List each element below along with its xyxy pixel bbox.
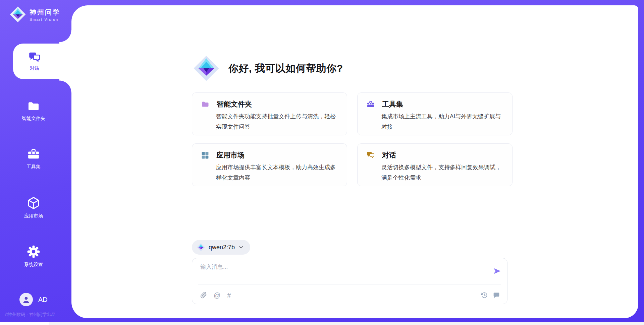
card-description: 灵活切换多模型文件，支持多样回复效果调试，满足个性化需求 [381, 162, 503, 183]
sidebar-item-label: 工具集 [26, 164, 41, 169]
composer: @ # [192, 258, 507, 304]
main-content-layer: 你好, 我可以如何帮助你? 智能文件夹 智能文件夹功能支持批量文件上传与清洗，轻… [71, 5, 638, 318]
card-title: 智能文件夹 [217, 100, 252, 109]
grid-icon [201, 151, 209, 159]
greeting-title: 你好, 我可以如何帮助你? [228, 62, 343, 75]
card-chat[interactable]: 对话 灵活切换多模型文件，支持多样回复效果调试，满足个性化需求 [357, 143, 513, 186]
hashtag-button[interactable]: # [227, 292, 231, 299]
card-title: 应用市场 [216, 150, 245, 160]
sidebar-item-label: 应用市场 [24, 213, 43, 218]
greeting: 你好, 我可以如何帮助你? [193, 55, 343, 82]
avatar [19, 293, 33, 306]
folder-icon [26, 100, 41, 113]
brand-name: 神州问学 [30, 8, 60, 17]
send-icon [492, 266, 502, 276]
brand: 神州问学 Smart Vision [9, 6, 60, 23]
feature-cards: 智能文件夹 智能文件夹功能支持批量文件上传与清洗，轻松实现文件问答 工具集 集成… [192, 92, 513, 186]
toolbox-icon [26, 147, 41, 161]
card-app-market[interactable]: 应用市场 应用市场提供丰富长文本模板，助力高效生成多样化文章内容 [192, 143, 347, 186]
card-title: 工具集 [382, 100, 403, 109]
model-name: qwen2:7b [209, 244, 235, 251]
sidebar-footer: ©神州数码 · 神州问学出品 [5, 312, 70, 318]
model-selector[interactable]: qwen2:7b [192, 240, 250, 255]
history-icon [481, 292, 488, 299]
user-profile[interactable]: AD [19, 293, 48, 306]
sidebar-item-smart-folder[interactable]: 智能文件夹 [0, 100, 67, 122]
sidebar-item-settings[interactable]: 系统设置 [0, 245, 67, 268]
gear-icon [26, 245, 41, 259]
composer-divider [198, 284, 501, 284]
sidebar-item-label: 智能文件夹 [22, 116, 45, 121]
tab-curve-top [59, 30, 71, 44]
user-initials: AD [38, 296, 48, 304]
mention-button[interactable]: @ [214, 292, 220, 299]
horizontal-scrollbar[interactable] [0, 322, 644, 325]
attach-button[interactable] [200, 292, 207, 299]
sidebar-item-app-market[interactable]: 应用市场 [0, 196, 67, 219]
sidebar-item-chat[interactable]: 对话 [13, 44, 71, 79]
sidebar-item-toolset[interactable]: 工具集 [0, 147, 67, 170]
scrollbar-left-cap [0, 322, 49, 325]
feedback-button[interactable] [493, 292, 500, 299]
sidebar-item-label: 对话 [30, 65, 39, 71]
tab-curve-bottom [59, 79, 71, 92]
message-input[interactable] [200, 263, 482, 282]
chat-icon [366, 151, 375, 159]
brand-diamond-icon [9, 6, 26, 23]
sidebar-item-label: 系统设置 [24, 262, 43, 267]
history-button[interactable] [481, 292, 488, 299]
card-smart-folder[interactable]: 智能文件夹 智能文件夹功能支持批量文件上传与清洗，轻松实现文件问答 [192, 92, 347, 135]
chat-bubble-icon [493, 292, 500, 299]
cube-icon [26, 196, 41, 210]
card-title: 对话 [382, 150, 396, 160]
card-description: 应用市场提供丰富长文本模板，助力高效生成多样化文章内容 [216, 162, 338, 183]
card-toolset[interactable]: 工具集 集成市场上主流工具，助力AI与外界无缝扩展与对接 [357, 92, 513, 135]
folder-icon [201, 100, 210, 108]
chevron-down-icon [238, 244, 244, 250]
toolbox-icon [366, 100, 375, 109]
person-icon [21, 295, 31, 305]
greeting-diamond-icon [193, 55, 220, 82]
model-diamond-icon [197, 243, 205, 252]
send-button[interactable] [492, 266, 502, 277]
chat-icon [28, 51, 41, 63]
brand-subtitle: Smart Vision [30, 17, 60, 21]
paperclip-icon [200, 292, 207, 299]
card-description: 智能文件夹功能支持批量文件上传与清洗，轻松实现文件问答 [216, 112, 338, 132]
card-description: 集成市场上主流工具，助力AI与外界无缝扩展与对接 [381, 112, 503, 132]
